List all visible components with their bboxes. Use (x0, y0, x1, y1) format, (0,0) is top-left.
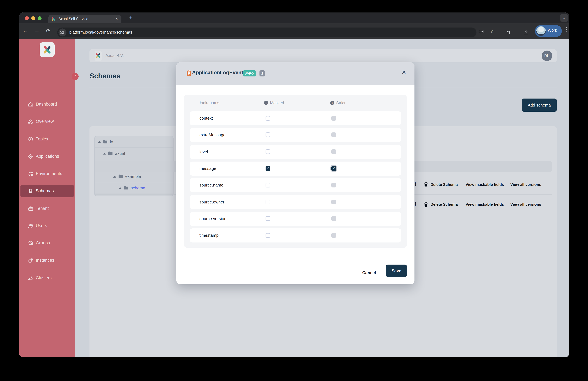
reload-icon[interactable]: ⟳ (46, 27, 51, 35)
collapse-caret-icon[interactable] (103, 153, 106, 155)
tab-search-chevron-icon[interactable]: ⌄ (560, 14, 568, 22)
browser-toolbar: ← → ⟳ platform.local/governance/schemas … (19, 23, 569, 39)
user-avatar[interactable]: DU (542, 50, 552, 61)
tree-item-axual[interactable]: axual (95, 148, 173, 159)
browser-menu-icon[interactable]: ⋮ (564, 26, 569, 32)
tenant-logo (95, 51, 102, 61)
site-info-icon[interactable] (59, 28, 66, 37)
field-row: source.owner (190, 195, 401, 209)
field-row: timestamp (190, 228, 401, 243)
sidebar-item-tenant[interactable]: Tenant (21, 202, 74, 215)
company-name: Axual B.V. (105, 53, 124, 58)
cancel-button[interactable]: Cancel (358, 267, 380, 279)
tree-item-io[interactable]: io (95, 136, 173, 148)
modal-header: ApplicationLogEvent AVRO 2 ✕ (176, 62, 415, 85)
sidebar-item-dashboard[interactable]: Dashboard (21, 98, 74, 111)
sidebar-item-label: Instances (36, 258, 54, 263)
url-text: platform.local/governance/schemas (69, 30, 132, 35)
browser-tab[interactable]: Axual Self Service ✕ (48, 15, 122, 23)
sidebar-item-instances[interactable]: Instances (21, 254, 74, 267)
sidebar-item-applications[interactable]: Applications (21, 150, 74, 163)
delete-schema-link[interactable]: Delete Schema (430, 202, 458, 207)
install-app-icon[interactable] (479, 30, 484, 34)
schema-clipboard-icon (186, 70, 191, 76)
environments-icon (28, 171, 34, 177)
column-masked: iMasked (264, 100, 284, 106)
sidebar-item-label: Environments (36, 171, 62, 176)
page-title: Schemas (89, 72, 120, 80)
strict-checkbox[interactable] (331, 183, 336, 187)
axual-favicon-icon (51, 17, 56, 22)
strict-checkbox[interactable] (331, 116, 336, 121)
extensions-icon[interactable] (506, 30, 511, 35)
new-tab-button[interactable]: + (126, 14, 135, 22)
sidebar-item-label: Topics (36, 136, 48, 141)
sidebar-item-overview[interactable]: Overview (21, 115, 74, 128)
sidebar-item-label: Applications (36, 154, 59, 159)
tab-close-icon[interactable]: ✕ (115, 17, 118, 21)
masked-checkbox[interactable] (266, 216, 270, 221)
save-button[interactable]: Save (386, 265, 407, 277)
sidebar-item-users[interactable]: Users (21, 220, 74, 232)
back-icon[interactable]: ← (23, 27, 28, 35)
traffic-close-icon[interactable] (25, 16, 29, 20)
browser-window: Axual Self Service ✕ + ⌄ ← → ⟳ platform.… (19, 12, 569, 357)
field-name: source.version (199, 216, 226, 221)
modal-title: ApplicationLogEvent (192, 70, 243, 75)
field-row: message ✓ ✓ (190, 161, 401, 176)
masked-checkbox[interactable] (266, 149, 270, 154)
info-icon[interactable]: i (330, 101, 334, 105)
view-maskable-fields-link[interactable]: View maskable fields (466, 202, 504, 207)
view-all-versions-link[interactable]: View all versions (510, 202, 541, 207)
sidebar-item-label: Schemas (36, 188, 54, 193)
view-maskable-fields-link[interactable]: View maskable fields (466, 182, 504, 187)
modal-close-icon[interactable]: ✕ (402, 69, 406, 76)
sidebar-item-clusters[interactable]: Clusters (21, 271, 74, 284)
download-icon[interactable] (524, 30, 529, 35)
strict-checkbox[interactable] (331, 216, 336, 221)
briefcase-icon (28, 206, 34, 211)
masked-checkbox[interactable] (266, 200, 270, 204)
sidebar-item-topics[interactable]: Topics (21, 133, 74, 146)
browser-profile-button[interactable]: Work (535, 25, 562, 37)
info-icon[interactable]: i (264, 101, 268, 105)
version-dropdown-fragment: ) (415, 201, 416, 206)
masked-checkbox[interactable] (266, 183, 270, 187)
bookmark-star-icon[interactable]: ☆ (490, 28, 495, 34)
users-icon (28, 223, 34, 229)
version-dropdown-fragment: ) (415, 181, 416, 186)
delete-schema-link[interactable]: Delete Schema (430, 182, 458, 187)
collapse-caret-icon[interactable] (98, 141, 101, 143)
strict-checkbox[interactable] (331, 200, 336, 204)
sidebar-item-label: Users (36, 223, 47, 228)
strict-checkbox[interactable]: ✓ (331, 166, 336, 171)
sidebar-item-schemas[interactable]: Schemas (21, 185, 74, 197)
strict-checkbox[interactable] (331, 149, 336, 154)
field-name: source.owner (199, 200, 224, 204)
forward-icon[interactable]: → (34, 27, 40, 35)
strict-checkbox[interactable] (331, 133, 336, 137)
add-schema-button[interactable]: Add schema (522, 99, 557, 112)
view-all-versions-link[interactable]: View all versions (510, 182, 541, 187)
traffic-minimize-icon[interactable] (31, 16, 35, 20)
tab-title: Axual Self Service (59, 17, 88, 21)
field-row: extraMessage (190, 128, 401, 142)
sidebar-collapse-button[interactable]: ‹ (72, 73, 79, 80)
folder-icon (108, 151, 113, 155)
maskable-fields-modal: ApplicationLogEvent AVRO 2 ✕ Field name … (176, 62, 415, 284)
folder-icon (103, 140, 108, 144)
address-bar[interactable]: platform.local/governance/schemas (57, 27, 477, 37)
masked-checkbox[interactable] (266, 133, 270, 137)
masked-checkbox[interactable] (266, 116, 270, 121)
sidebar-item-groups[interactable]: Groups (21, 237, 74, 249)
masked-checkbox[interactable]: ✓ (266, 166, 270, 171)
traffic-zoom-icon[interactable] (38, 16, 42, 20)
column-strict: iStrict (330, 100, 345, 106)
trash-icon[interactable] (424, 182, 428, 187)
trash-icon[interactable] (424, 202, 428, 207)
sidebar-item-environments[interactable]: Environments (21, 167, 74, 180)
sidebar-item-label: Dashboard (36, 102, 57, 107)
format-badge: AVRO (243, 70, 256, 76)
masked-checkbox[interactable] (266, 233, 270, 238)
strict-checkbox[interactable] (331, 233, 336, 238)
